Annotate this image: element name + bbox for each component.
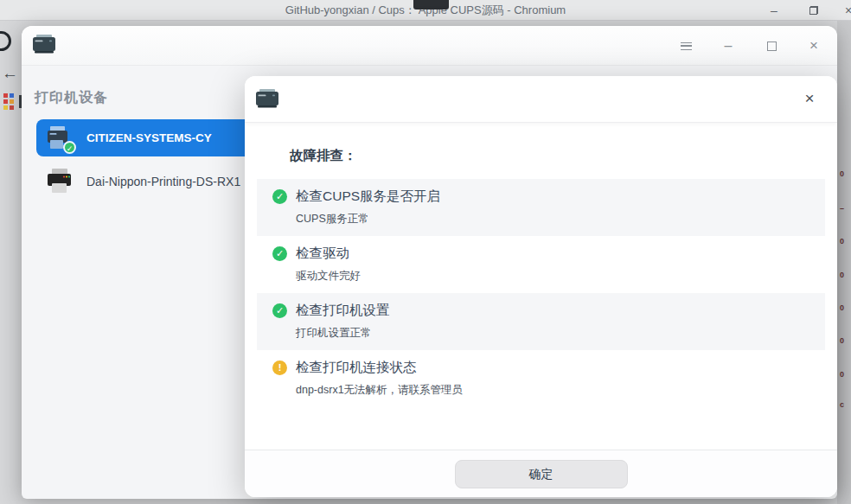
browser-close-button[interactable]: × [839,0,851,21]
check-detail: dnp-dsrx1无法解析，请联系管理员 [296,383,813,398]
hamburger-menu-icon [681,42,692,50]
apps-grid-icon[interactable] [3,93,16,111]
check-ok-icon: ✓ [272,303,287,318]
check-title: 检查打印机设置 [296,302,390,320]
citizen-printer-icon: ✓ [47,125,73,151]
dai-nippon-printer-icon [47,169,73,195]
grid-dot [10,93,14,98]
browser-titlebar: GitHub-yongxian / Cups： Apple CUPS源码 - C… [0,0,851,21]
printer-list-item-dai-nippon[interactable]: Dai-Nippon-Printing-DS-RX1 [36,163,280,200]
rail-glyph: 0 [840,303,844,312]
rail-glyph: 0 [840,336,844,345]
app-titlebar[interactable]: – × [22,26,837,66]
dialog-titlebar[interactable]: × [245,76,837,123]
troubleshoot-heading: 故障排查： [290,147,825,165]
github-logo-icon [0,31,11,51]
maximize-icon [767,41,777,51]
rail-glyph: c [840,400,844,409]
dialog-body: 故障排查： ✓ 检查CUPS服务是否开启 CUPS服务正常 ✓ 检查驱动 驱动文… [257,123,825,407]
check-item-connection-status: ! 检查打印机连接状态 dnp-dsrx1无法解析，请联系管理员 [257,350,825,407]
check-title: 检查CUPS服务是否开启 [296,188,440,206]
browser-tab-fragment [413,0,449,10]
app-minimize-button[interactable]: – [719,26,738,66]
browser-restore-button[interactable] [804,0,823,21]
check-item-printer-settings: ✓ 检查打印机设置 打印机设置正常 [257,293,825,350]
rail-glyph: 0 [840,271,844,279]
check-detail: 驱动文件完好 [296,269,813,284]
dialog-footer: 确定 [245,450,837,497]
grid-dot [3,99,8,104]
printer-name: CITIZEN-SYSTEMS-CY [86,131,212,144]
grid-dot [10,105,14,110]
browser-minimize-button[interactable]: – [765,0,784,21]
rail-glyph: 0 [840,169,844,178]
rail-glyph: – [840,204,844,213]
rail-glyph: 0 [840,237,844,246]
check-detail: 打印机设置正常 [296,326,813,341]
check-title: 检查驱动 [296,245,349,263]
check-ok-icon: ✓ [272,246,287,261]
check-title: 检查打印机连接状态 [296,359,417,377]
check-ok-icon: ✓ [272,189,287,204]
browser-right-rail: 0 – 0 0 0 0 0 c [837,21,851,504]
restore-icon [809,6,818,15]
check-detail: CUPS服务正常 [296,212,813,226]
app-maximize-button[interactable] [762,26,781,66]
dialog-close-button[interactable]: × [799,88,820,109]
browser-left-rail: ← [0,21,22,504]
check-warning-icon: ! [272,360,287,375]
app-close-button[interactable]: × [804,26,823,66]
sidebar-title: 打印机设备 [35,89,108,107]
printer-list-item-citizen[interactable]: ✓ CITIZEN-SYSTEMS-CY [36,119,280,156]
grid-dot [10,99,14,104]
confirm-button[interactable]: 确定 [455,460,628,488]
rail-glyph: 0 [840,370,844,379]
dialog-printer-icon [256,88,278,111]
printer-name: Dai-Nippon-Printing-DS-RX1 [86,175,240,188]
check-item-cups-service: ✓ 检查CUPS服务是否开启 CUPS服务正常 [257,179,825,236]
grid-dot [3,93,8,98]
printer-ok-badge: ✓ [63,141,76,154]
app-menu-button[interactable] [676,26,695,66]
troubleshoot-dialog: × 故障排查： ✓ 检查CUPS服务是否开启 CUPS服务正常 ✓ 检查驱动 驱… [245,76,837,497]
printer-app-icon [33,34,55,56]
check-item-driver: ✓ 检查驱动 驱动文件完好 [257,236,825,293]
back-arrow-icon[interactable]: ← [2,64,18,83]
grid-dot [3,105,8,110]
